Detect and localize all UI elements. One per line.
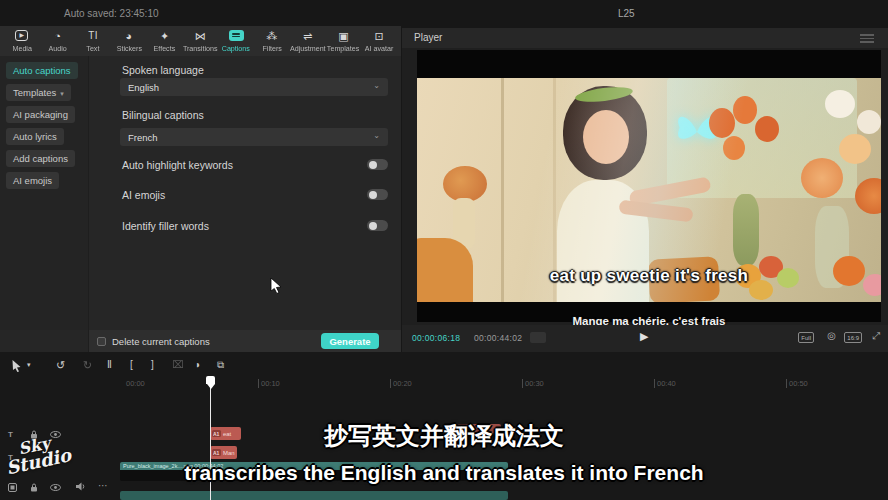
tab-stickers[interactable]: ◕ Stickers bbox=[111, 30, 147, 53]
chevron-down-icon: ⌄ bbox=[373, 131, 380, 140]
captions-sidebar: Auto captions Templates▾ AI packaging Au… bbox=[0, 56, 88, 330]
filler-words-toggle[interactable] bbox=[367, 220, 388, 231]
chevron-down-icon: ▾ bbox=[60, 90, 64, 97]
player-header: Player bbox=[402, 28, 888, 48]
video-editor-window: Auto saved: 23:45:10 L25 ▶ Media ◔ Audio… bbox=[0, 0, 888, 500]
audio-track-clip[interactable] bbox=[120, 491, 508, 500]
track3-visibility-icon[interactable] bbox=[50, 484, 61, 491]
tab-effects[interactable]: ✦ Effects bbox=[147, 30, 183, 53]
chevron-down-icon: ⌄ bbox=[373, 81, 380, 90]
current-timecode: 00:00:06:18 bbox=[412, 333, 460, 343]
auto-captions-form: Spoken language English ⌄ Bilingual capt… bbox=[88, 56, 401, 330]
playhead-handle[interactable] bbox=[205, 376, 216, 389]
stickers-icon: ◕ bbox=[126, 30, 133, 43]
tab-captions[interactable]: Captions bbox=[218, 30, 254, 53]
subtitle-english: transcribes the English and translates i… bbox=[0, 461, 888, 485]
sidebar-item-templates[interactable]: Templates▾ bbox=[6, 84, 71, 101]
auto-highlight-toggle[interactable] bbox=[367, 159, 388, 170]
bilingual-captions-label: Bilingual captions bbox=[122, 109, 204, 121]
tab-filters[interactable]: ⁂ Filters bbox=[254, 30, 290, 53]
captions-panel: Auto captions Templates▾ AI packaging Au… bbox=[0, 56, 401, 352]
ai-emojis-label: AI emojis bbox=[122, 189, 165, 201]
transitions-icon: ⋈ bbox=[195, 30, 206, 43]
captions-icon bbox=[229, 30, 244, 43]
filler-words-label: Identify filler words bbox=[122, 220, 209, 232]
player-controls: 00:00:06:18 00:00:44:02 ▶ Full ◎ 16:9 ⤢ bbox=[402, 325, 888, 352]
ai-avatar-icon: ⊡ bbox=[375, 30, 384, 43]
timecode-chip[interactable] bbox=[530, 332, 546, 343]
spoken-language-label: Spoken language bbox=[122, 64, 204, 76]
templates-icon: ▣ bbox=[338, 30, 348, 43]
select-tool-icon[interactable] bbox=[11, 360, 22, 372]
tab-text[interactable]: TI Text bbox=[75, 30, 111, 53]
timeline-ruler[interactable]: 00:00 00:10 00:20 00:30 00:40 00:50 bbox=[0, 376, 888, 390]
generate-button[interactable]: Generate bbox=[321, 333, 379, 349]
player-panel: Player bbox=[402, 28, 888, 352]
undo-icon[interactable]: ↺ bbox=[56, 359, 65, 372]
spoken-language-select[interactable]: English ⌄ bbox=[120, 78, 388, 96]
mask-icon[interactable]: ◗ bbox=[195, 359, 201, 370]
video-caption-primary: eat up sweetie it's fresh bbox=[417, 266, 881, 286]
effects-icon: ✦ bbox=[160, 30, 169, 43]
main-toolbar: ▶ Media ◔ Audio TI Text ◕ Stickers ✦ Eff… bbox=[0, 26, 401, 56]
sidebar-item-auto-captions[interactable]: Auto captions bbox=[6, 62, 78, 79]
tab-media[interactable]: ▶ Media bbox=[4, 30, 40, 53]
quality-button[interactable]: Full bbox=[798, 332, 814, 343]
video-preview[interactable]: eat up sweetie it's fresh Mange ma chéri… bbox=[417, 50, 881, 322]
tab-templates[interactable]: ▣ Templates bbox=[326, 30, 362, 53]
panel-footer: Delete current captions Generate bbox=[88, 330, 401, 352]
fullscreen-icon[interactable]: ⤢ bbox=[872, 330, 880, 342]
play-button[interactable]: ▶ bbox=[640, 330, 648, 343]
delete-icon[interactable]: ⌧ bbox=[172, 359, 184, 370]
redo-icon[interactable]: ↻ bbox=[83, 359, 92, 372]
trim-left-icon[interactable]: [ bbox=[130, 359, 133, 370]
player-title: Player bbox=[414, 32, 442, 43]
aspect-ratio-button[interactable]: 16:9 bbox=[844, 332, 862, 343]
audio-icon: ◔ bbox=[54, 30, 61, 43]
delete-captions-checkbox[interactable] bbox=[97, 337, 106, 346]
sidebar-item-ai-packaging[interactable]: AI packaging bbox=[6, 106, 75, 123]
text-icon: TI bbox=[88, 30, 98, 43]
delete-captions-label: Delete current captions bbox=[112, 336, 210, 347]
ai-emojis-toggle[interactable] bbox=[367, 189, 388, 200]
tab-audio[interactable]: ◔ Audio bbox=[40, 30, 76, 53]
subtitle-chinese: 抄写英文并翻译成法文 bbox=[0, 420, 888, 452]
sidebar-item-auto-lyrics[interactable]: Auto lyrics bbox=[6, 128, 64, 145]
overlay-icon[interactable]: ⧉ bbox=[217, 359, 224, 371]
tab-transitions[interactable]: ⋈ Transitions bbox=[182, 30, 218, 53]
adjustment-icon: ⇌ bbox=[303, 30, 312, 43]
split-icon[interactable]: Ⅱ bbox=[107, 359, 112, 370]
player-menu-icon[interactable] bbox=[860, 34, 874, 45]
filters-icon: ⁂ bbox=[266, 30, 277, 43]
media-icon: ▶ bbox=[15, 30, 28, 43]
tab-adjustment[interactable]: ⇌ Adjustment bbox=[290, 30, 326, 53]
auto-highlight-label: Auto highlight keywords bbox=[122, 159, 233, 171]
tab-ai-avatar[interactable]: ⊡ AI avatar bbox=[361, 30, 397, 53]
project-title: L25 bbox=[618, 8, 635, 19]
video-footage: eat up sweetie it's fresh bbox=[417, 78, 881, 302]
bilingual-captions-select[interactable]: French ⌄ bbox=[120, 128, 388, 146]
trim-right-icon[interactable]: ] bbox=[151, 359, 154, 370]
fit-screen-icon[interactable]: ◎ bbox=[827, 330, 836, 341]
select-tool-chevron[interactable]: ▾ bbox=[27, 361, 31, 369]
mouse-cursor bbox=[270, 278, 282, 294]
sidebar-item-ai-emojis[interactable]: AI emojis bbox=[6, 172, 59, 189]
sidebar-item-add-captions[interactable]: Add captions bbox=[6, 150, 75, 167]
autosave-status: Auto saved: 23:45:10 bbox=[64, 8, 159, 19]
duration-timecode: 00:00:44:02 bbox=[474, 333, 522, 343]
